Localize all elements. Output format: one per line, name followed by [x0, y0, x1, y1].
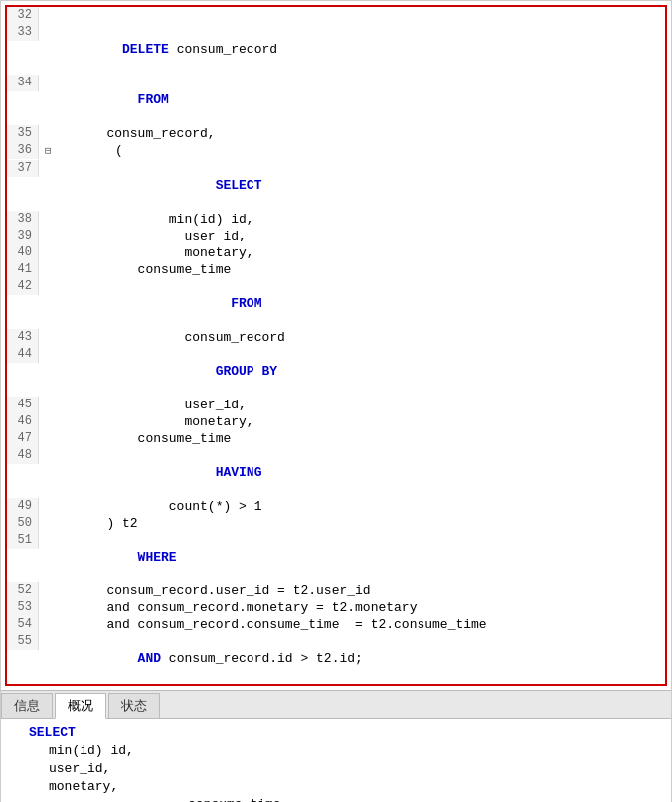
code-line-32: 32 — [7, 7, 665, 24]
kw-and-55: AND — [122, 651, 161, 666]
kw-from-42: FROM — [122, 296, 261, 311]
code-line-38: 38 min(id) id, — [7, 211, 665, 228]
line-content-37: SELECT — [39, 160, 261, 211]
line-content-46: monetary, — [39, 413, 254, 430]
code-line-51: 51 WHERE — [7, 532, 665, 582]
line-num-44: 44 — [7, 346, 39, 363]
code-line-33: 33 DELETE consum_record — [7, 24, 665, 75]
line-content-49: count(*) > 1 — [39, 498, 261, 515]
tab-status-label: 状态 — [121, 698, 147, 713]
line-content-55: AND consum_record.id > t2.id; — [39, 633, 363, 684]
line-num-39: 39 — [7, 228, 39, 244]
line-content-36: ⊟ ( — [39, 142, 123, 160]
code-editor: 32 33 DELETE consum_record 34 FROM 35 — [0, 0, 672, 802]
tab-overview-label: 概况 — [68, 698, 93, 713]
kw-where-51: WHERE — [122, 550, 177, 564]
code-line-52: 52 consum_record.user_id = t2.user_id — [7, 582, 665, 599]
line-num-38: 38 — [7, 211, 39, 228]
line-content-40: monetary, — [39, 244, 254, 261]
tabs-bar: 信息 概况 状态 — [1, 691, 671, 719]
code-line-55: 55 AND consum_record.id > t2.id; — [7, 633, 665, 684]
kw-groupby-44: GROUP BY — [122, 364, 277, 379]
result-userid-row: user_id, — [9, 760, 663, 778]
line-num-37: 37 — [7, 160, 39, 177]
line-content-41: consume_time — [39, 261, 231, 278]
line-num-35: 35 — [7, 125, 39, 142]
kw-from-34: FROM — [122, 92, 169, 107]
code-line-43: 43 consum_record — [7, 329, 665, 346]
line-content-47: consume_time — [39, 430, 231, 447]
result-select-kw: SELECT — [9, 724, 76, 742]
tab-info-label: 信息 — [14, 698, 40, 713]
line-num-40: 40 — [7, 244, 39, 261]
result-panel: SELECT min(id) id, user_id, monetary, co… — [1, 719, 671, 802]
tab-info[interactable]: 信息 — [1, 693, 53, 718]
code-line-48: 48 HAVING — [7, 447, 665, 498]
result-monetary-row: monetary, — [9, 778, 663, 796]
line-content-50: ) t2 — [39, 515, 138, 532]
code-line-47: 47 consume_time — [7, 430, 665, 447]
line-num-46: 46 — [7, 413, 39, 430]
line-num-45: 45 — [7, 397, 39, 413]
result-minid-row: min(id) id, — [9, 742, 663, 760]
code-line-44: 44 GROUP BY — [7, 346, 665, 397]
line-content-54: and consum_record.consume_time = t2.cons… — [39, 616, 487, 633]
tab-overview[interactable]: 概况 — [55, 693, 106, 719]
text-id-55: consum_record.id > t2.id; — [161, 651, 363, 666]
kw-select-37: SELECT — [122, 178, 261, 193]
code-line-36: 36 ⊟ ( — [7, 142, 665, 160]
line-content-35: consum_record, — [39, 125, 216, 142]
tab-status[interactable]: 状态 — [108, 693, 160, 718]
line-content-39: user_id, — [39, 228, 247, 244]
code-line-35: 35 consum_record, — [7, 125, 665, 142]
code-lines-container: 32 33 DELETE consum_record 34 FROM 35 — [5, 5, 667, 686]
code-line-46: 46 monetary, — [7, 413, 665, 430]
code-line-37: 37 SELECT — [7, 160, 665, 211]
line-content-53: and consum_record.monetary = t2.monetary — [39, 599, 417, 616]
line-num-54: 54 — [7, 616, 39, 633]
tabs-section: 信息 概况 状态 SELECT min(id) id, user_id, mon… — [1, 690, 671, 802]
line-num-41: 41 — [7, 261, 39, 278]
line-num-52: 52 — [7, 582, 39, 599]
line-content-38: min(id) id, — [39, 211, 254, 228]
line-content-45: user_id, — [39, 397, 247, 413]
line-content-34: FROM — [39, 75, 169, 125]
code-line-50: 50 ) t2 — [7, 515, 665, 532]
line-num-49: 49 — [7, 498, 39, 515]
kw-delete: DELETE — [122, 42, 169, 57]
line-num-51: 51 — [7, 532, 39, 549]
line-content-44: GROUP BY — [39, 346, 277, 397]
code-line-42: 42 FROM — [7, 278, 665, 329]
kw-having-48: HAVING — [122, 465, 261, 480]
line-num-36: 36 — [7, 142, 39, 159]
line-num-42: 42 — [7, 278, 39, 295]
code-line-40: 40 monetary, — [7, 244, 665, 261]
result-consumetime1: consume_time — [9, 796, 281, 802]
code-line-53: 53 and consum_record.monetary = t2.monet… — [7, 599, 665, 616]
text-consum-record: consum_record — [169, 42, 277, 57]
code-line-41: 41 consume_time — [7, 261, 665, 278]
line-content-43: consum_record — [39, 329, 285, 346]
result-consumetime1-row: consume_time — [9, 796, 663, 802]
line-content-33: DELETE consum_record — [39, 24, 277, 75]
result-monetary: monetary, — [9, 778, 118, 796]
line-num-43: 43 — [7, 329, 39, 346]
result-minid: min(id) id, — [9, 742, 134, 760]
collapse-icon-36[interactable]: ⊟ — [45, 145, 52, 157]
result-select-row: SELECT — [9, 724, 663, 742]
code-line-34: 34 FROM — [7, 75, 665, 125]
line-content-42: FROM — [39, 278, 261, 329]
code-line-45: 45 user_id, — [7, 397, 665, 413]
line-num-34: 34 — [7, 75, 39, 91]
line-num-47: 47 — [7, 430, 39, 447]
code-line-49: 49 count(*) > 1 — [7, 498, 665, 515]
code-line-54: 54 and consum_record.consume_time = t2.c… — [7, 616, 665, 633]
code-panel: 32 33 DELETE consum_record 34 FROM 35 — [1, 5, 671, 686]
line-num-48: 48 — [7, 447, 39, 464]
line-num-55: 55 — [7, 633, 39, 650]
line-content-51: WHERE — [39, 532, 177, 582]
line-num-50: 50 — [7, 515, 39, 532]
result-userid: user_id, — [9, 760, 110, 778]
code-line-39: 39 user_id, — [7, 228, 665, 244]
line-num-32: 32 — [7, 7, 39, 24]
